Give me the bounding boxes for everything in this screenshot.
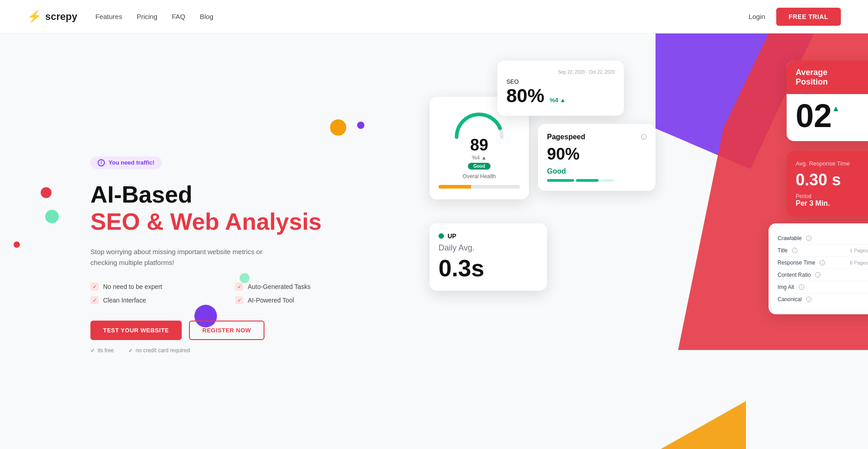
seo-row-imgalt: Img Alt i ✓: [778, 281, 868, 293]
deco-purple-small: [357, 122, 364, 129]
nav-faq[interactable]: FAQ: [172, 13, 185, 20]
uptime-title: Daily Avg.: [439, 243, 538, 253]
pagespeed-title: Pagespeed: [547, 133, 585, 141]
cta-notes: ✓ its free ✓ no credit card required: [90, 347, 362, 354]
nav-links: Features Pricing FAQ Blog: [95, 13, 213, 21]
feature-item-0: ✓ No need to be expert: [90, 283, 217, 291]
card-pagespeed: Pagespeed i 90% Good: [538, 124, 656, 191]
hero-content: i You need traffic! AI-Based SEO & Web A…: [90, 156, 362, 354]
info-icon-response: i: [820, 260, 825, 265]
logo-icon: ⚡: [27, 9, 42, 24]
response-value: 0.30 s: [796, 170, 868, 189]
deco-teal: [45, 210, 59, 223]
pagespeed-header: Pagespeed i: [547, 133, 646, 141]
nav-blog[interactable]: Blog: [200, 13, 213, 20]
pagespeed-value: 90%: [547, 145, 646, 164]
info-icon-crawlable: i: [806, 236, 811, 241]
seo-row-canonical: Canonical i ✓: [778, 293, 868, 305]
response-period-value: Per 3 Min.: [796, 199, 868, 208]
info-icon-title: i: [792, 248, 797, 253]
logo[interactable]: ⚡ screpy: [27, 9, 77, 24]
uptime-indicator: UP: [439, 232, 538, 240]
card-avgpos: Average Position 02 ▲: [787, 61, 868, 141]
badge-icon: i: [98, 159, 105, 166]
health-change: %4 ▲: [472, 155, 487, 161]
health-bar: [439, 185, 520, 189]
response-pages: 6 Pages: [850, 260, 868, 265]
info-icon-content: i: [815, 272, 821, 278]
navbar: ⚡ screpy Features Pricing FAQ Blog Login…: [0, 0, 868, 33]
feature-item-1: ✓ Auto-Generated Tasks: [235, 283, 362, 291]
bg-shape-red: [678, 33, 868, 350]
pagespeed-info-icon: i: [641, 134, 646, 140]
feature-label-0: No need to be expert: [103, 283, 162, 290]
logo-text: screpy: [45, 11, 77, 23]
cta-note-check-2: ✓: [128, 347, 133, 354]
card-seo-analysis: Crawlable i ✓ Title i 1 Pages ✗ Response…: [769, 223, 868, 314]
feature-label-2: Clean Interface: [103, 297, 146, 304]
pagespeed-bar-1: [547, 179, 574, 182]
info-icon-imgalt: i: [799, 284, 804, 290]
response-label: Avg. Response Time: [796, 160, 868, 167]
uptime-status: UP: [448, 232, 456, 240]
card-uptime: UP Daily Avg. 0.3s: [429, 223, 547, 291]
health-ring-svg: [452, 108, 506, 139]
feature-label-1: Auto-Generated Tasks: [248, 283, 311, 290]
hero-title-line1: AI-Based: [90, 182, 362, 208]
pagespeed-bars: [547, 179, 646, 182]
deco-red-small: [14, 241, 20, 248]
cta-note-free: ✓ its free: [90, 347, 114, 354]
info-icon-canonical: i: [806, 297, 811, 302]
seo-period: Sep 22, 2020 - Oct 22, 2020: [506, 70, 615, 75]
check-icon-0: ✓: [90, 283, 99, 291]
health-score: 89: [470, 136, 488, 155]
feature-item-3: ✓ AI-Powered Tool: [235, 296, 362, 304]
response-period-label: Period: [796, 193, 868, 199]
seo-value: 80%: [506, 85, 544, 107]
cta-note-check-1: ✓: [90, 347, 95, 354]
feature-label-3: AI-Powered Tool: [248, 297, 294, 304]
feature-item-2: ✓ Clean Interface: [90, 296, 217, 304]
badge-text: You need traffic!: [108, 159, 155, 166]
good-badge: Good: [468, 163, 491, 170]
cta-buttons: TEST YOUR WEBSITE REGISTER NOW: [90, 321, 362, 340]
bg-shape-orange: [565, 347, 746, 449]
free-trial-button[interactable]: FREE TRIAL: [776, 8, 841, 26]
avgpos-arrow: ▲: [832, 104, 840, 113]
pagespeed-bar-3: [600, 179, 614, 182]
hero-section: i You need traffic! AI-Based SEO & Web A…: [0, 33, 868, 449]
check-icon-1: ✓: [235, 283, 243, 291]
bg-shape-purple: [656, 33, 814, 169]
seo-row-title: Title i 1 Pages ✗: [778, 245, 868, 257]
hero-visuals: 89 %4 ▲ Good Overal Health Sep 22, 2020 …: [407, 33, 868, 449]
hero-title-line2: SEO & Web Analysis: [90, 208, 362, 236]
check-icon-2: ✓: [90, 296, 99, 304]
register-now-button[interactable]: REGISTER NOW: [189, 321, 265, 340]
avgpos-value-row: 02 ▲: [796, 99, 868, 132]
uptime-dot: [439, 233, 444, 239]
uptime-value: 0.3s: [439, 255, 538, 282]
ring-container: 89 %4 ▲ Good Overal Health: [439, 108, 520, 180]
nav-features[interactable]: Features: [95, 13, 122, 20]
check-icon-3: ✓: [235, 296, 243, 304]
seo-change: %4 ▲: [550, 97, 566, 104]
features-grid: ✓ No need to be expert ✓ Auto-Generated …: [90, 283, 362, 304]
card-health: 89 %4 ▲ Good Overal Health: [429, 97, 529, 199]
card-response: Avg. Response Time 0.30 s Period Per 3 M…: [787, 151, 868, 217]
deco-red-large: [41, 187, 52, 198]
seo-row-response: Response Time i 6 Pages ✗: [778, 257, 868, 269]
pagespeed-status: Good: [547, 167, 646, 175]
nav-right: Login FREE TRIAL: [749, 8, 841, 26]
health-label: Overal Health: [462, 173, 495, 180]
test-website-button[interactable]: TEST YOUR WEBSITE: [90, 321, 182, 340]
pagespeed-bar-2: [576, 179, 599, 182]
avgpos-title: Average Position: [787, 61, 868, 94]
avgpos-value: 02: [796, 99, 832, 132]
login-button[interactable]: Login: [749, 13, 765, 20]
seo-row-crawlable: Crawlable i ✓: [778, 232, 868, 245]
deco-yellow: [330, 119, 346, 136]
hero-description: Stop worrying about missing important we…: [90, 246, 271, 268]
nav-pricing[interactable]: Pricing: [137, 13, 157, 20]
card-seo: Sep 22, 2020 - Oct 22, 2020 SEO 80% %4 ▲: [497, 61, 624, 116]
seo-label: SEO: [506, 78, 615, 85]
